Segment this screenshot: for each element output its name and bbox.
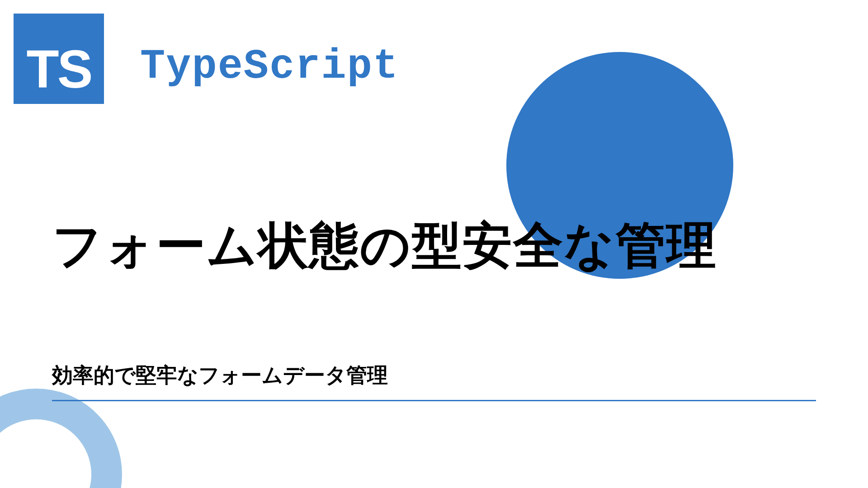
subtitle: 効率的で堅牢なフォームデータ管理 [52,361,388,389]
decorative-circle-ring [0,389,122,488]
slide-container: TS TypeScript フォーム状態の型安全な管理 効率的で堅牢なフォームデ… [0,0,868,488]
typescript-label: TypeScript [140,43,399,90]
divider-line [52,400,816,401]
main-title: フォーム状態の型安全な管理 [52,212,717,280]
logo-text: TS [27,42,91,96]
typescript-logo-icon: TS [14,14,104,104]
